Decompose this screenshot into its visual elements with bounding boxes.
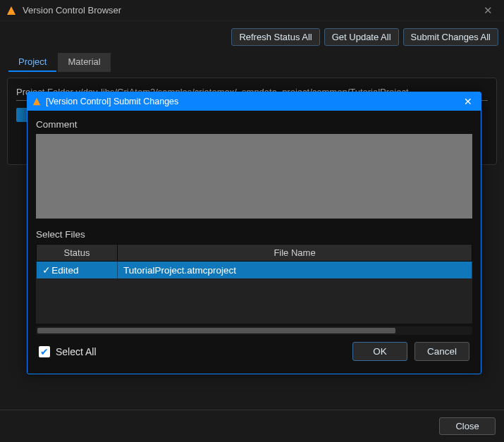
- close-button[interactable]: Close: [439, 417, 496, 435]
- main-footer: Close: [0, 410, 504, 442]
- dialog-footer: ✔ Select All OK Cancel: [36, 335, 472, 364]
- svg-marker-0: [7, 6, 16, 15]
- file-table: Status File Name ✓ Edited TutorialProjec…: [36, 244, 472, 278]
- dialog-body: Comment Select Files Status File Name ✓ …: [27, 111, 481, 374]
- submit-changes-all-button[interactable]: Submit Changes All: [403, 28, 498, 46]
- select-all-label: Select All: [56, 346, 97, 357]
- scrollbar-thumb[interactable]: [37, 328, 395, 333]
- get-update-all-button[interactable]: Get Update All: [324, 28, 399, 46]
- select-all-checkbox[interactable]: ✔: [39, 346, 50, 357]
- tab-material[interactable]: Material: [58, 53, 110, 72]
- row-check-icon: ✓: [42, 264, 49, 276]
- main-titlebar: Version Control Browser ✕: [0, 0, 504, 21]
- cancel-button[interactable]: Cancel: [414, 342, 469, 361]
- app-icon: [32, 97, 42, 106]
- ok-button[interactable]: OK: [352, 342, 407, 361]
- comment-label: Comment: [36, 119, 472, 130]
- submit-changes-dialog: [Version Control] Submit Changes ✕ Comme…: [27, 92, 481, 374]
- main-toolbar: Refresh Status All Get Update All Submit…: [0, 21, 504, 53]
- main-window-title: Version Control Browser: [23, 5, 477, 16]
- refresh-status-all-button[interactable]: Refresh Status All: [231, 28, 319, 46]
- app-icon: [6, 5, 17, 16]
- tab-bar: Project Material: [0, 53, 504, 72]
- table-row[interactable]: ✓ Edited TutorialProject.atmcproject: [37, 262, 472, 279]
- file-table-empty-area: [36, 278, 472, 324]
- select-files-label: Select Files: [36, 229, 472, 240]
- svg-marker-1: [33, 98, 41, 106]
- row-status: ✓ Edited: [37, 262, 118, 279]
- column-status[interactable]: Status: [37, 245, 118, 262]
- row-filename: TutorialProject.atmcproject: [118, 262, 472, 279]
- dialog-close-button[interactable]: ✕: [460, 96, 477, 107]
- column-filename[interactable]: File Name: [118, 245, 472, 262]
- main-close-button[interactable]: ✕: [477, 4, 498, 17]
- row-status-text: Edited: [51, 265, 78, 276]
- dialog-title: [Version Control] Submit Changes: [46, 97, 460, 106]
- tab-project[interactable]: Project: [8, 53, 56, 72]
- horizontal-scrollbar[interactable]: [36, 326, 472, 335]
- comment-input[interactable]: [36, 134, 472, 219]
- dialog-titlebar[interactable]: [Version Control] Submit Changes ✕: [27, 92, 481, 111]
